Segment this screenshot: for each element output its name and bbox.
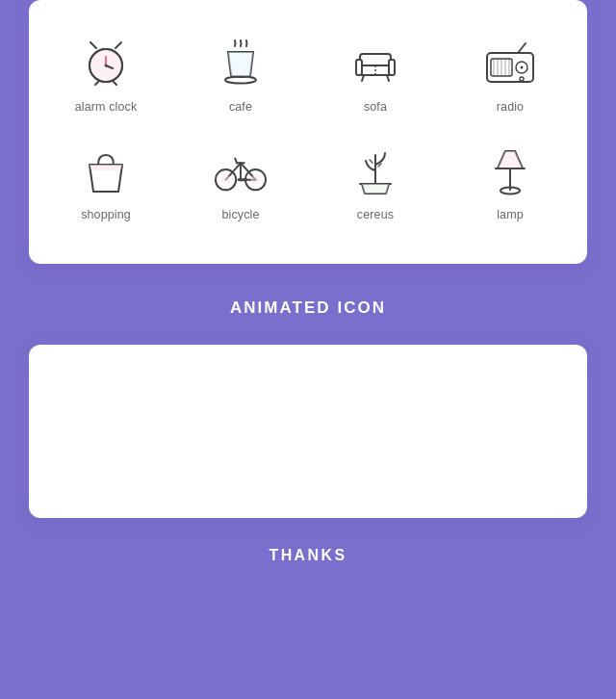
cafe-label: cafe	[229, 100, 252, 114]
svg-line-36	[235, 158, 237, 163]
svg-line-19	[518, 43, 526, 53]
cereus-icon	[348, 144, 402, 198]
bicycle-icon	[214, 144, 268, 198]
sofa-label: sofa	[364, 100, 387, 114]
lamp-label: lamp	[497, 208, 524, 221]
icon-cell-cafe[interactable]: cafe	[173, 19, 308, 127]
icon-cell-alarm-clock[interactable]: alarm clock	[38, 19, 173, 127]
svg-line-42	[370, 160, 372, 163]
lamp-icon	[483, 144, 537, 198]
shopping-icon	[79, 144, 133, 198]
icon-cell-shopping[interactable]: shopping	[38, 127, 173, 235]
icon-cell-radio[interactable]: radio	[443, 19, 578, 127]
svg-line-8	[95, 81, 99, 85]
cereus-label: cereus	[357, 208, 394, 221]
svg-line-1	[116, 42, 121, 48]
shopping-label: shopping	[81, 208, 131, 221]
sofa-icon	[348, 37, 402, 91]
icon-grid-card: alarm clock cafe	[29, 0, 587, 264]
svg-line-9	[113, 81, 116, 85]
svg-point-39	[251, 175, 261, 185]
alarm-clock-icon	[79, 37, 133, 91]
animated-icon-card	[29, 345, 587, 518]
cafe-icon	[214, 37, 268, 91]
icon-cell-bicycle[interactable]: bicycle	[173, 127, 308, 235]
icon-cell-lamp[interactable]: lamp	[443, 127, 578, 235]
svg-line-0	[90, 42, 96, 48]
animated-icon-title: ANIMATED ICON	[230, 298, 386, 317]
thanks-label: THANKS	[269, 547, 346, 563]
alarm-clock-label: alarm clock	[75, 100, 138, 114]
radio-label: radio	[497, 100, 524, 114]
icon-cell-cereus[interactable]: cereus	[308, 127, 443, 235]
svg-point-27	[521, 66, 524, 69]
radio-icon	[483, 37, 537, 91]
thanks-section: THANKS	[0, 518, 616, 583]
icon-cell-sofa[interactable]: sofa	[308, 19, 443, 127]
svg-rect-13	[356, 60, 362, 75]
icon-grid: alarm clock cafe	[38, 19, 578, 235]
svg-point-38	[221, 175, 231, 185]
animated-section: ANIMATED ICON	[0, 264, 616, 345]
svg-rect-14	[389, 60, 395, 75]
svg-point-7	[105, 65, 108, 67]
bicycle-label: bicycle	[221, 208, 259, 221]
